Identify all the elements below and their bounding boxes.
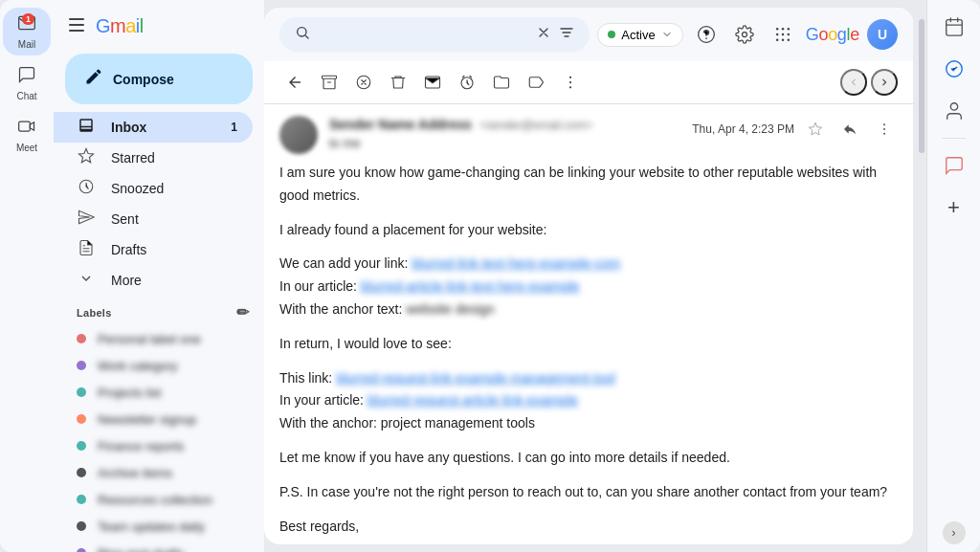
email-header: Sender Name Address <sender@email.com> t… <box>279 104 898 162</box>
calendar-button[interactable] <box>935 8 973 46</box>
left-nav-meet[interactable]: Meet <box>3 111 51 159</box>
search-bar[interactable] <box>279 17 590 52</box>
label-color-dot <box>77 495 86 504</box>
svg-point-14 <box>787 39 790 42</box>
contacts-button[interactable] <box>935 92 973 130</box>
snoozed-label: Snoozed <box>111 181 237 196</box>
report-spam-button[interactable] <box>348 67 379 98</box>
email-body-scroll[interactable]: Sender Name Address <sender@email.com> t… <box>264 104 913 544</box>
compose-button[interactable]: Compose <box>65 54 253 104</box>
search-input[interactable] <box>318 27 528 42</box>
email-date-row: Thu, Apr 4, 2:23 PM <box>692 116 898 143</box>
right-sidebar-divider <box>943 138 966 139</box>
nav-starred[interactable]: Starred <box>54 143 253 173</box>
labels-edit-icon[interactable]: ✏ <box>236 303 249 321</box>
nav-drafts[interactable]: Drafts <box>54 234 253 265</box>
prev-email-button[interactable] <box>840 69 867 96</box>
scrollbar-thumb[interactable] <box>919 19 924 153</box>
svg-rect-0 <box>19 121 31 131</box>
chat-icon <box>17 65 36 89</box>
settings-button[interactable] <box>729 19 760 50</box>
svg-point-28 <box>950 103 957 110</box>
apps-button[interactable] <box>768 19 798 50</box>
svg-point-3 <box>298 28 306 36</box>
label-item[interactable]: Resources collection <box>54 486 253 513</box>
expand-sidebar-button[interactable]: › <box>943 521 966 544</box>
more-actions-button[interactable] <box>555 67 586 98</box>
email-body-placement: We can add your link: blurred-link-text-… <box>279 253 898 320</box>
move-to-button[interactable] <box>486 67 517 98</box>
request-link-url[interactable]: blurred-request-link-example-management-… <box>336 370 615 386</box>
inbox-badge: 1 <box>231 121 237 134</box>
sidebar-header: Gmail <box>54 8 264 46</box>
svg-point-8 <box>787 28 790 31</box>
next-email-button[interactable] <box>871 69 898 96</box>
active-status-indicator[interactable]: Active <box>597 23 682 47</box>
label-item[interactable]: Newsletter signup <box>54 406 253 432</box>
starred-icon <box>77 147 96 168</box>
label-color-dot <box>77 468 86 477</box>
scrollbar-area <box>913 0 926 552</box>
add-link-url[interactable]: blurred-link-text-here-example-com <box>412 255 620 271</box>
gmail-logo: Gmail <box>96 11 172 38</box>
label-item[interactable]: Blog post drafts <box>54 540 253 552</box>
mark-unread-button[interactable] <box>417 67 448 98</box>
svg-point-10 <box>781 33 784 36</box>
label-button[interactable] <box>521 67 551 98</box>
label-item[interactable]: Archive items <box>54 459 253 486</box>
star-button[interactable] <box>802 116 829 143</box>
topbar-right: Active Google U <box>597 19 898 50</box>
label-item[interactable]: Work category <box>54 352 253 379</box>
nav-inbox[interactable]: Inbox 1 <box>54 112 253 143</box>
snoozed-icon <box>77 178 96 199</box>
email-subject: to me <box>329 136 680 150</box>
add-sidebar-app-button[interactable]: + <box>935 188 973 227</box>
chat-nav-label: Chat <box>16 91 36 101</box>
label-item[interactable]: Personal label one <box>54 325 253 352</box>
inbox-label: Inbox <box>111 120 215 135</box>
nav-snoozed[interactable]: Snoozed <box>54 173 253 204</box>
svg-point-20 <box>569 86 571 88</box>
snooze-button[interactable] <box>452 67 482 98</box>
sidebar: Gmail Compose Inbox 1 Starred <box>54 0 264 552</box>
delete-button[interactable] <box>383 67 413 98</box>
notes-button[interactable] <box>935 146 973 185</box>
help-button[interactable] <box>691 19 722 50</box>
label-name: Personal label one <box>98 332 201 346</box>
svg-point-19 <box>569 81 571 83</box>
tasks-button[interactable] <box>935 50 973 88</box>
label-name: Resources collection <box>98 493 212 507</box>
svg-point-18 <box>569 77 571 78</box>
label-item[interactable]: Finance reports <box>54 432 253 459</box>
label-item[interactable]: Projects list <box>54 379 253 406</box>
back-button[interactable] <box>279 67 310 98</box>
article-url[interactable]: blurred-article-link-text-here-example <box>361 278 580 294</box>
inbox-icon <box>77 117 96 138</box>
left-nav-mail[interactable]: 1 Mail <box>3 8 51 55</box>
label-color-dot <box>77 414 86 424</box>
search-filter-icon[interactable] <box>559 25 574 44</box>
request-article-url[interactable]: blurred-request-article-link-example <box>368 392 578 408</box>
label-name: Finance reports <box>98 439 184 453</box>
archive-button[interactable] <box>314 67 345 98</box>
label-color-dot <box>77 361 86 370</box>
label-name: Newsletter signup <box>98 412 196 427</box>
reply-button[interactable] <box>836 116 863 143</box>
right-sidebar: + › <box>926 0 980 552</box>
left-nav-chat[interactable]: Chat <box>3 59 51 107</box>
drafts-icon <box>77 239 96 260</box>
google-logo: Google <box>806 25 859 45</box>
user-avatar[interactable]: U <box>867 19 898 50</box>
svg-point-21 <box>883 123 885 125</box>
label-color-dot <box>77 548 86 552</box>
nav-more[interactable]: More <box>54 265 253 296</box>
hamburger-menu[interactable] <box>65 13 88 36</box>
email-meta: Sender Name Address <sender@email.com> t… <box>329 116 680 150</box>
email-toolbar <box>264 61 913 104</box>
search-clear-icon[interactable] <box>536 25 551 44</box>
label-item[interactable]: Team updates daily <box>54 513 253 540</box>
topbar: Active Google U <box>264 8 913 61</box>
more-email-button[interactable] <box>871 116 898 143</box>
nav-sent[interactable]: Sent <box>54 204 253 234</box>
email-body-line-1: I am sure you know how game-changing can… <box>279 162 898 208</box>
